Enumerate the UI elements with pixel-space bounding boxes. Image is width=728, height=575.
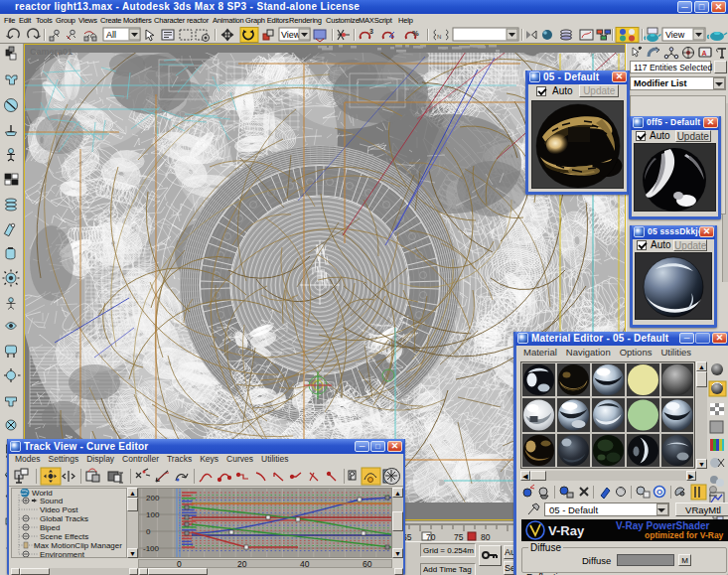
svg-text:200: 200	[146, 494, 160, 503]
svg-text:Max MotionClip Manager: Max MotionClip Manager	[34, 541, 122, 550]
svg-text:75: 75	[454, 532, 464, 541]
svg-text:Video Post: Video Post	[40, 505, 78, 514]
svg-text:3: 3	[369, 28, 373, 35]
svg-text:Camera01: Camera01	[30, 47, 73, 57]
svg-text:A: A	[702, 50, 707, 57]
svg-text:All: All	[106, 30, 116, 40]
svg-text:Biped: Biped	[40, 523, 60, 532]
svg-text:View: View	[665, 30, 685, 40]
svg-text:70: 70	[426, 532, 436, 541]
svg-text:N: N	[437, 34, 441, 40]
svg-text:-100: -100	[143, 544, 160, 553]
svg-text:Scene Effects: Scene Effects	[40, 532, 88, 541]
svg-text:Environment: Environment	[40, 550, 85, 558]
svg-text:80: 80	[481, 532, 491, 541]
svg-text:View: View	[281, 30, 301, 40]
svg-text:O: O	[656, 488, 662, 497]
svg-text:V-Ray: V-Ray	[548, 523, 585, 538]
svg-text:Global Tracks: Global Tracks	[40, 514, 88, 523]
svg-text:100: 100	[146, 510, 160, 519]
svg-text:Sound: Sound	[40, 497, 63, 505]
svg-text:0: 0	[146, 527, 151, 536]
svg-text:%: %	[412, 29, 419, 38]
svg-text:optimized for V-Ray: optimized for V-Ray	[645, 530, 724, 540]
